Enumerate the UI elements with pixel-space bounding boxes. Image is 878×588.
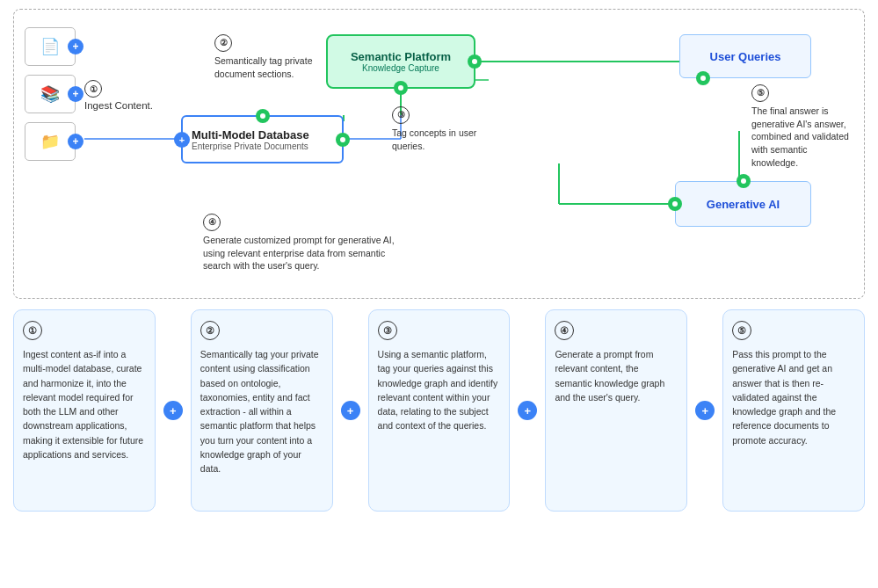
arrow-icon-2: + (341, 401, 360, 420)
plus-icon-2: + (68, 86, 83, 102)
card-5-step: ⑤ (732, 321, 855, 340)
card-2: ② Semantically tag your private content … (191, 309, 333, 512)
icon-folder: 📁 + (25, 122, 76, 161)
card-1-step: ① (23, 321, 146, 340)
step4-text: Generate customized prompt for generativ… (203, 234, 405, 272)
card-2-circle: ② (200, 321, 220, 340)
green-dot-genai-left (668, 197, 682, 211)
green-dot-db-right (336, 133, 350, 147)
generative-ai-label: Generative AI (707, 198, 780, 211)
step3-label: ③ Tag concepts in user queries. (392, 106, 480, 152)
card-3-step: ③ (378, 321, 501, 340)
blue-dot-left: + (174, 132, 190, 148)
bottom-cards: ① Ingest content as-if into a multi-mode… (13, 309, 865, 512)
main-container: 📄 + 📚 + 📁 + ① Ingest Content. ② Semantic… (0, 0, 878, 520)
semantic-title: Semantic Platform (351, 50, 451, 63)
step5-circle: ⑤ (751, 84, 769, 102)
plus-icon-3: + (68, 134, 83, 149)
green-dot-genai-top (737, 174, 751, 188)
green-dot-db-top (256, 109, 270, 123)
arrow-1-2: + (163, 401, 184, 420)
multimodel-db-box: + Multi-Model Database Enterprise Privat… (181, 115, 344, 163)
arrow-icon-3: + (518, 401, 537, 420)
card-3-circle: ③ (378, 321, 397, 340)
card-5: ⑤ Pass this prompt to the generative AI … (722, 309, 865, 512)
card-4-text: Generate a prompt from relevant content,… (555, 347, 678, 404)
icon-document: 📄 + (25, 27, 76, 66)
card-4-step: ④ (555, 321, 678, 340)
step1-circle: ① (84, 80, 102, 98)
semantic-platform-box: Semantic Platform Knowledge Capture (326, 34, 475, 89)
card-1: ① Ingest content as-if into a multi-mode… (13, 309, 156, 512)
arrow-3-4: + (517, 401, 538, 420)
green-dot-sp-right (468, 54, 482, 69)
ingest-label: ① Ingest Content. (84, 80, 153, 111)
step3-circle: ③ (392, 106, 410, 124)
step2-text: Semantically tag private document sectio… (214, 54, 316, 80)
arrow-2-3: + (340, 401, 361, 420)
content-icons: 📄 + 📚 + 📁 + (25, 27, 76, 161)
card-3: ③ Using a semantic platform, tag your qu… (368, 309, 511, 512)
top-diagram: 📄 + 📚 + 📁 + ① Ingest Content. ② Semantic… (13, 9, 865, 299)
step5-label: ⑤ The final answer is generative AI's an… (751, 84, 855, 169)
green-dot-sp-bottom (394, 81, 408, 95)
arrow-icon-4: + (695, 401, 715, 420)
step2-circle: ② (214, 34, 232, 52)
green-dot-uq (696, 71, 710, 85)
card-4: ④ Generate a prompt from relevant conten… (545, 309, 687, 512)
card-1-text: Ingest content as-if into a multi-model … (23, 347, 146, 461)
generative-ai-box: Generative AI (675, 181, 811, 227)
step4-circle: ④ (203, 214, 221, 231)
step2-label: ② Semantically tag private document sect… (214, 34, 316, 80)
arrow-4-5: + (694, 401, 715, 420)
card-5-circle: ⑤ (732, 321, 751, 340)
user-queries-label: User Queries (710, 50, 781, 63)
user-queries-box: User Queries (679, 34, 811, 78)
card-3-text: Using a semantic platform, tag your quer… (378, 347, 501, 433)
db-title: Multi-Model Database (192, 128, 309, 142)
card-2-text: Semantically tag your private content us… (200, 347, 323, 475)
step3-text: Tag concepts in user queries. (392, 127, 480, 152)
icon-book: 📚 + (25, 75, 76, 113)
card-2-step: ② (200, 321, 323, 340)
card-5-text: Pass this prompt to the generative AI an… (732, 347, 855, 447)
semantic-sub: Knowledge Capture (362, 63, 439, 73)
ingest-text: Ingest Content. (84, 100, 153, 111)
arrow-icon-1: + (163, 401, 183, 420)
card-1-circle: ① (23, 321, 42, 340)
plus-icon-1: + (68, 39, 83, 54)
db-sub: Enterprise Private Documents (192, 142, 308, 151)
card-4-circle: ④ (555, 321, 574, 340)
step5-text: The final answer is generative AI's answ… (751, 105, 855, 169)
step4-label: ④ Generate customized prompt for generat… (203, 214, 405, 272)
